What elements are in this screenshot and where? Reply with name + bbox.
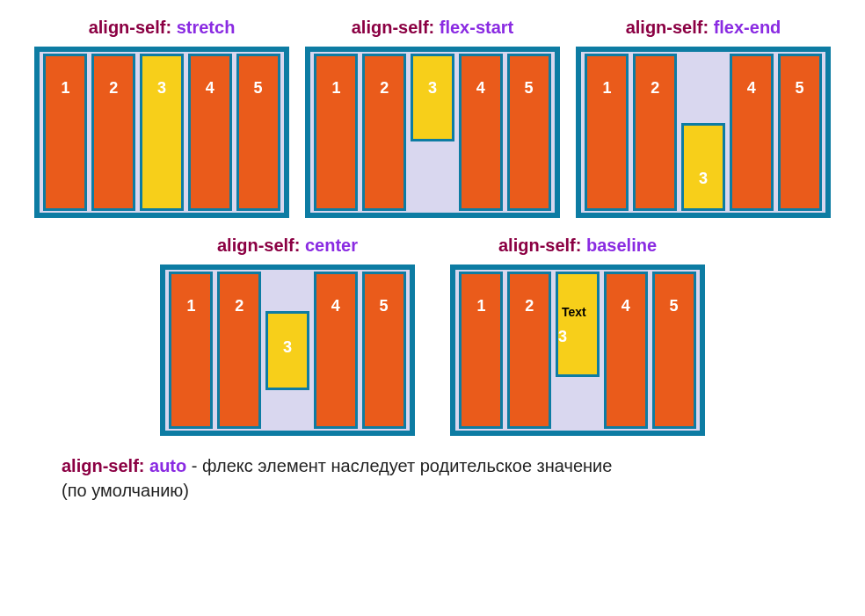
flex-item: 4 — [459, 54, 503, 211]
flex-item: 2 — [217, 272, 261, 429]
flex-item: 1 — [43, 54, 87, 211]
container-stretch: 1 2 3 4 5 — [34, 47, 289, 218]
footer-note: align-self: auto - флекс элемент наследу… — [26, 453, 839, 503]
flex-item: 5 — [652, 272, 696, 429]
flex-item: 1 — [459, 272, 503, 429]
container-baseline: 1 2 Text 3 4 5 — [450, 265, 705, 436]
container-flex-end: 1 2 3 4 5 — [576, 47, 831, 218]
flex-item: 5 — [362, 272, 406, 429]
title-flex-end: align-self: flex-end — [626, 18, 781, 38]
flex-item: 2 — [507, 272, 551, 429]
title-stretch: align-self: stretch — [89, 18, 236, 38]
flex-item: 5 — [778, 54, 822, 211]
title-flex-start: align-self: flex-start — [352, 18, 514, 38]
flex-item: 2 — [362, 54, 406, 211]
panel-stretch: align-self: stretch 1 2 3 4 5 — [34, 18, 289, 218]
container-center: 1 2 3 4 5 — [160, 265, 415, 436]
flex-item: 1 — [585, 54, 629, 211]
title-center: align-self: center — [217, 236, 358, 256]
flex-item-special: 3 — [411, 54, 454, 141]
bottom-row: align-self: center 1 2 3 4 5 align-self:… — [26, 236, 839, 436]
baseline-text-label: Text — [558, 303, 590, 321]
container-flex-start: 1 2 3 4 5 — [305, 47, 560, 218]
flex-item: 1 — [169, 272, 213, 429]
flex-item: 4 — [188, 54, 232, 211]
panel-baseline: align-self: baseline 1 2 Text 3 4 5 — [450, 236, 705, 436]
title-baseline: align-self: baseline — [498, 236, 657, 256]
flex-item: 5 — [236, 54, 280, 211]
panel-flex-start: align-self: flex-start 1 2 3 4 5 — [305, 18, 560, 218]
flex-item: 5 — [507, 54, 551, 211]
flex-item: 2 — [91, 54, 135, 211]
flex-item-special: Text 3 — [556, 272, 600, 377]
panel-flex-end: align-self: flex-end 1 2 3 4 5 — [576, 18, 831, 218]
flex-item: 4 — [604, 272, 648, 429]
top-row: align-self: stretch 1 2 3 4 5 align-self… — [26, 18, 839, 218]
flex-item: 1 — [314, 54, 358, 211]
flex-item-special: 3 — [140, 54, 184, 211]
flex-item: 2 — [633, 54, 677, 211]
panel-center: align-self: center 1 2 3 4 5 — [160, 236, 415, 436]
flex-item: 4 — [730, 54, 774, 211]
flex-item-special: 3 — [681, 123, 725, 211]
flex-item-special: 3 — [265, 311, 309, 390]
flex-item: 4 — [314, 272, 358, 429]
